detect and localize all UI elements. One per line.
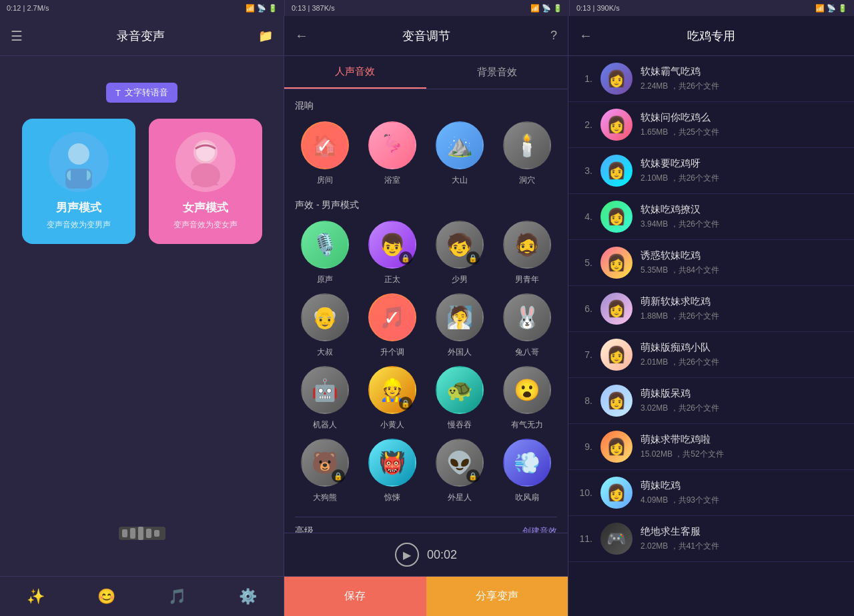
status-bar-2: 0:13 | 387K/s 📶 📡 🔋: [284, 0, 569, 16]
nav-settings[interactable]: ⚙️: [213, 577, 284, 616]
nav-music[interactable]: 🎵: [142, 577, 213, 616]
effect-circle-cave: 🕯️: [503, 121, 551, 169]
svg-point-0: [68, 143, 89, 165]
effect-pitch[interactable]: 🎵 ✓ 升个调: [362, 293, 422, 358]
recorder-icon-area: [115, 520, 169, 549]
list-avatar-10: 👩: [600, 477, 632, 509]
panel-1-body: T 文字转语音 男声模式 变声音效为变男声: [0, 56, 284, 576]
effect-label-uncle: 大叔: [317, 347, 333, 358]
effect-circle-mountain: ⛰️: [436, 121, 484, 169]
effect-alien[interactable]: 👽 🔒 外星人: [430, 439, 490, 503]
list-name-5: 诱惑软妹吃鸡: [640, 249, 843, 262]
svg-rect-9: [122, 529, 127, 537]
effect-boy[interactable]: 🧒 🔒 少男: [430, 221, 490, 285]
effect-rabbit[interactable]: 🐰 兔八哥: [498, 293, 557, 358]
effect-uncle[interactable]: 👴 大叔: [295, 293, 354, 358]
list-name-9: 萌妹求带吃鸡啦: [640, 433, 843, 446]
list-item[interactable]: 5. 👩 诱惑软妹吃鸡 5.35MB ，共84个文件: [568, 240, 854, 286]
list-item[interactable]: 3. 👩 软妹要吃鸡呀 2.10MB ，共26个文件: [568, 148, 854, 194]
effect-bear[interactable]: 🐻 🔒 大狗熊: [295, 439, 354, 503]
battery-icon-2: 🔋: [553, 4, 562, 13]
effect-label-bear: 大狗熊: [313, 492, 337, 503]
list-info-7: 萌妹版痴鸡小队 2.01MB ，共26个文件: [640, 341, 843, 368]
list-avatar-3: 👩: [600, 155, 632, 187]
tab-voice-effect[interactable]: 人声音效: [284, 56, 426, 89]
effect-shota[interactable]: 👦 🔒 正太: [362, 221, 422, 285]
list-item[interactable]: 1. 👩 软妹霸气吃鸡 2.24MB ，共26个文件: [568, 56, 854, 102]
list-name-11: 绝地求生客服: [640, 525, 843, 538]
effect-circle-slow: 🐢: [436, 366, 484, 414]
list-item[interactable]: 8. 👩 萌妹版呆鸡 3.02MB ，共26个文件: [568, 378, 854, 424]
effect-slow[interactable]: 🐢 慢吞吞: [430, 366, 490, 431]
effect-minion[interactable]: 👷 🔒 小黄人: [362, 366, 422, 431]
effect-room[interactable]: 🏠 ✓ 房间: [295, 121, 354, 186]
effect-label-slow: 慢吞吞: [448, 419, 472, 431]
list-item[interactable]: 10. 👩 萌妹吃鸡 4.09MB ，共93个文件: [568, 470, 854, 516]
voice-section-title: 声效 - 男声模式: [295, 199, 557, 211]
list-item[interactable]: 9. 👩 萌妹求带吃鸡啦 15.02MB ，共52个文件: [568, 424, 854, 470]
status-bar-1: 0:12 | 2.7M/s 📶 📡 🔋: [0, 0, 284, 16]
list-avatar-2: 👩: [600, 109, 632, 141]
save-button[interactable]: 保存: [284, 577, 426, 616]
list-meta-9: 15.02MB ，共52个文件: [640, 449, 843, 460]
effect-cave[interactable]: 🕯️ 洞穴: [498, 121, 557, 186]
create-effect-button[interactable]: 创建音效: [522, 525, 557, 533]
help-icon[interactable]: ?: [537, 29, 557, 43]
menu-icon[interactable]: ☰: [11, 28, 23, 44]
effect-circle-horror: 👹: [368, 439, 416, 487]
panel-2-tabs: 人声音效 背景音效: [284, 56, 568, 89]
tab-bg-effect[interactable]: 背景音效: [426, 56, 568, 89]
effect-fan[interactable]: 💨 吹风扇: [498, 439, 557, 503]
list-number-8: 8.: [579, 395, 592, 406]
panel-2-footer: 保存 分享变声: [284, 576, 568, 616]
text-to-speech-button[interactable]: T 文字转语音: [106, 83, 177, 103]
panel-2-back-button[interactable]: ←: [295, 28, 315, 43]
list-meta-8: 3.02MB ，共26个文件: [640, 403, 843, 414]
folder-icon[interactable]: 📁: [258, 29, 273, 43]
status-time-1: 0:12 | 2.7M/s: [7, 4, 49, 12]
list-number-10: 10.: [579, 487, 592, 498]
effect-robot[interactable]: 🤖 机器人: [295, 366, 354, 431]
list-info-9: 萌妹求带吃鸡啦 15.02MB ，共52个文件: [640, 433, 843, 460]
list-number-1: 1.: [579, 73, 592, 84]
effect-circle-alien: 👽 🔒: [436, 439, 484, 487]
effect-foreigner[interactable]: 🧖 外国人: [430, 293, 490, 358]
female-avatar: [175, 132, 236, 192]
effect-horror[interactable]: 👹 惊悚: [362, 439, 422, 503]
effect-original[interactable]: 🎙️ 原声: [295, 221, 354, 285]
list-item[interactable]: 2. 👩 软妹问你吃鸡么 1.65MB ，共25个文件: [568, 102, 854, 148]
list-item[interactable]: 7. 👩 萌妹版痴鸡小队 2.01MB ，共26个文件: [568, 332, 854, 378]
panel-3-back-button[interactable]: ←: [579, 28, 599, 43]
effect-bathroom[interactable]: 🦩 浴室: [362, 121, 422, 186]
panel-recording: ☰ 录音变声 📁 T 文字转语音: [0, 16, 284, 616]
nav-face[interactable]: 😊: [71, 577, 141, 616]
nav-effects[interactable]: ✨: [0, 577, 71, 616]
lock-minion: 🔒: [399, 397, 412, 410]
share-button[interactable]: 分享变声: [426, 577, 568, 616]
effect-label-fan: 吹风扇: [515, 492, 539, 503]
play-button[interactable]: ▶: [395, 543, 419, 567]
lock-shota: 🔒: [399, 251, 412, 265]
effect-label-bathroom: 浴室: [384, 175, 400, 186]
female-voice-card[interactable]: 女声模式 变声音效为变女声: [149, 119, 262, 244]
list-number-4: 4.: [579, 211, 592, 222]
effect-circle-uncle: 👴: [301, 293, 349, 341]
list-info-4: 软妹吃鸡撩汉 3.94MB ，共26个文件: [640, 203, 843, 230]
signal-icon-1: 📶: [246, 4, 255, 13]
list-item[interactable]: 4. 👩 软妹吃鸡撩汉 3.94MB ，共26个文件: [568, 194, 854, 240]
list-avatar-4: 👩: [600, 201, 632, 233]
male-voice-card[interactable]: 男声模式 变声音效为变男声: [22, 119, 135, 244]
effect-weak[interactable]: 😮 有气无力: [498, 366, 557, 431]
list-item[interactable]: 11. 🎮 绝地求生客服 2.02MB ，共41个文件: [568, 516, 854, 562]
mix-effects-grid: 🏠 ✓ 房间 🦩 浴室 ⛰️ 大山 🕯️ 洞穴: [295, 121, 557, 186]
list-number-5: 5.: [579, 257, 592, 268]
effect-youngman[interactable]: 🧔 男青年: [498, 221, 557, 285]
effect-circle-bathroom: 🦩: [368, 121, 416, 169]
list-meta-4: 3.94MB ，共26个文件: [640, 219, 843, 230]
effect-circle-shota: 👦 🔒: [368, 221, 416, 269]
svg-rect-13: [154, 530, 159, 537]
effect-mountain[interactable]: ⛰️ 大山: [430, 121, 490, 186]
list-item[interactable]: 6. 👩 萌新软妹求吃鸡 1.88MB ，共26个文件: [568, 286, 854, 332]
list-avatar-7: 👩: [600, 339, 632, 371]
list-number-11: 11.: [579, 533, 592, 544]
